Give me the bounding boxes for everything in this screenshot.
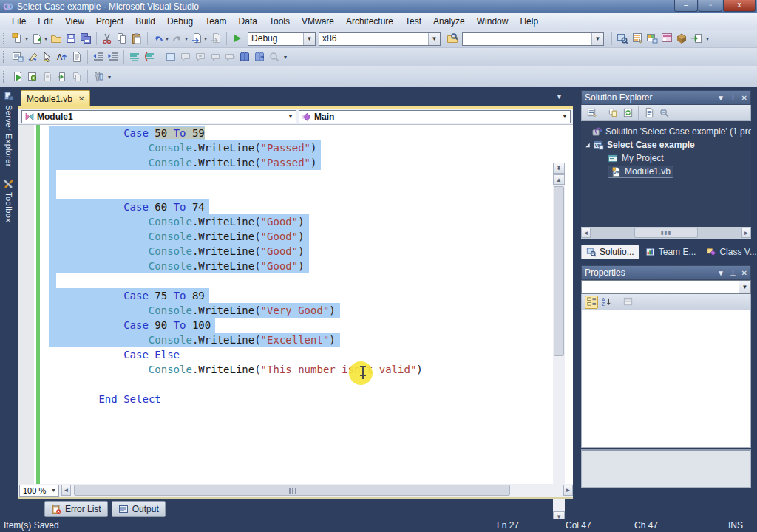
navigate-dropdown[interactable]: ▾ (204, 35, 207, 42)
save-icon[interactable] (64, 32, 78, 45)
toolbar-overflow-icon[interactable]: ▾ (108, 74, 111, 81)
toolbar-overflow-icon[interactable]: ▾ (284, 54, 287, 61)
zoom-combo[interactable]: 100 % ▼ (19, 485, 59, 497)
window-menu-icon[interactable]: ▼ (717, 94, 724, 102)
pin-icon[interactable]: ⊥ (730, 269, 736, 277)
scroll-left-arrow[interactable]: ◄ (61, 485, 71, 496)
redo-dropdown[interactable]: ▾ (185, 35, 188, 42)
tab-output[interactable]: Output (112, 501, 166, 517)
new-project-icon[interactable] (11, 32, 24, 45)
scroll-right-arrow[interactable]: ► (741, 228, 751, 238)
outlining-margin[interactable] (44, 125, 44, 484)
object-browser-icon[interactable] (645, 32, 659, 45)
start-page-icon[interactable] (660, 32, 673, 45)
chevron-down-icon[interactable]: ▼ (303, 33, 315, 45)
code-line[interactable]: Console.WriteLine("Excellent") (49, 332, 544, 347)
view-code-icon[interactable] (642, 106, 656, 120)
scrollbar-thumb[interactable]: ▮▮▮ (634, 228, 698, 238)
title-bar[interactable]: Select Case example - Microsoft Visual S… (0, 0, 757, 13)
add-item-dropdown[interactable]: ▾ (44, 35, 47, 42)
tab-server-explorer[interactable]: Server Explorer (0, 90, 18, 167)
stop-disabled-icon[interactable] (41, 70, 54, 83)
code-line[interactable]: Console.WriteLine("Good") (49, 259, 544, 273)
menu-analyze[interactable]: Analyze (427, 15, 471, 28)
properties-grid[interactable] (581, 310, 751, 448)
pointer-icon[interactable] (41, 50, 54, 64)
properties-titlebar[interactable]: Properties ▼ ⊥ ✕ (581, 265, 751, 280)
scrollbar-thumb[interactable] (74, 485, 510, 496)
property-pages-icon[interactable] (621, 296, 634, 309)
build-gear-icon[interactable] (26, 70, 39, 83)
menu-tools[interactable]: Tools (263, 15, 296, 28)
close-icon[interactable]: ✕ (741, 269, 747, 277)
toolbar-grip[interactable] (3, 51, 7, 63)
code-line[interactable]: Case Else (49, 347, 544, 362)
scrollbar-thumb[interactable] (554, 186, 564, 356)
code-line[interactable] (49, 273, 544, 288)
scroll-up-arrow[interactable]: ▲ (553, 174, 565, 185)
show-all-files-icon[interactable] (606, 106, 619, 120)
horizontal-scrollbar[interactable] (71, 485, 563, 496)
vertical-scrollbar[interactable]: ⬍ ▲ ▼ (553, 163, 565, 522)
cut-icon[interactable] (101, 32, 114, 45)
toolbox-icon[interactable] (675, 32, 688, 45)
find-symbol-icon[interactable] (26, 50, 39, 64)
platform-combo[interactable]: x86 ▼ (319, 32, 441, 46)
save-all-icon[interactable] (79, 32, 92, 45)
code-line[interactable] (49, 377, 544, 392)
tab-team-explorer[interactable]: Team E... (641, 245, 701, 259)
menu-project[interactable]: Project (90, 15, 129, 28)
navigate-forward-icon[interactable] (209, 32, 223, 45)
chevron-down-icon[interactable]: ▼ (428, 33, 440, 45)
find-disabled-icon[interactable] (268, 50, 281, 64)
copy-disabled-icon[interactable] (70, 70, 84, 83)
toolbar-grip[interactable] (3, 71, 7, 83)
code-editor[interactable]: Case 50 To 59 Console.WriteLine("Passed"… (18, 125, 573, 484)
menu-edit[interactable]: Edit (32, 15, 59, 28)
increase-indent-icon[interactable] (106, 50, 120, 64)
tree-item-module1[interactable]: VB Module1.vb (581, 165, 751, 178)
refresh-icon[interactable] (621, 106, 634, 120)
menu-view[interactable]: View (59, 15, 90, 28)
navigate-icon[interactable] (190, 32, 203, 45)
code-line[interactable]: Case 50 To 59 (49, 126, 544, 140)
document-tab-module1[interactable]: Module1.vb ✕ (21, 90, 90, 106)
window-menu-icon[interactable]: ▼ (717, 269, 724, 277)
close-icon[interactable]: ✕ (741, 94, 747, 102)
tab-toolbox[interactable]: Toolbox (0, 177, 18, 222)
wrench-brace-icon[interactable] (92, 70, 105, 83)
tree-item-project[interactable]: VB Select Case example (581, 138, 751, 151)
undo-dropdown[interactable]: ▾ (166, 35, 169, 42)
members-combo[interactable]: Main ▼ (299, 110, 571, 123)
code-line[interactable]: Case 90 To 100 (49, 318, 544, 332)
chevron-down-icon[interactable]: ▼ (560, 113, 570, 120)
code-line[interactable]: Case 60 To 74 (49, 200, 544, 214)
run-page-icon[interactable] (11, 70, 24, 83)
menu-build[interactable]: Build (129, 15, 161, 28)
solution-explorer-titlebar[interactable]: Solution Explorer ▼ ⊥ ✕ (581, 90, 751, 105)
menu-help[interactable]: Help (514, 15, 544, 28)
open-file-icon[interactable] (50, 32, 63, 45)
code-line[interactable]: Console.WriteLine("Passed") (49, 140, 544, 155)
chevron-down-icon[interactable]: ▼ (591, 33, 603, 45)
code-line[interactable] (49, 185, 544, 200)
start-debugging-icon[interactable] (231, 32, 244, 45)
chevron-down-icon[interactable]: ▼ (49, 488, 58, 493)
decrease-indent-icon[interactable] (92, 50, 105, 64)
splitter-handle[interactable]: ⬍ (553, 163, 565, 174)
code-line[interactable]: End Select (49, 392, 544, 406)
properties-object-combo[interactable]: ▼ (581, 280, 751, 294)
solution-explorer-hscrollbar[interactable]: ◄ ▮▮▮ ► (581, 227, 751, 239)
tree-item-solution[interactable]: Solution 'Select Case example' (1 proje (581, 125, 751, 138)
menu-data[interactable]: Data (233, 15, 263, 28)
find-in-files-icon[interactable] (446, 32, 459, 45)
minimize-button[interactable]: – (674, 0, 698, 12)
new-project-dropdown[interactable]: ▾ (25, 35, 28, 42)
copy-icon[interactable] (115, 32, 129, 45)
menu-debug[interactable]: Debug (161, 15, 199, 28)
menu-window[interactable]: Window (471, 15, 515, 28)
code-line[interactable]: Console.WriteLine("Good") (49, 214, 544, 229)
code-line[interactable]: Console.WriteLine("Very Good") (49, 303, 544, 318)
add-item-icon[interactable] (30, 32, 44, 45)
quick-info-icon[interactable] (11, 50, 24, 64)
